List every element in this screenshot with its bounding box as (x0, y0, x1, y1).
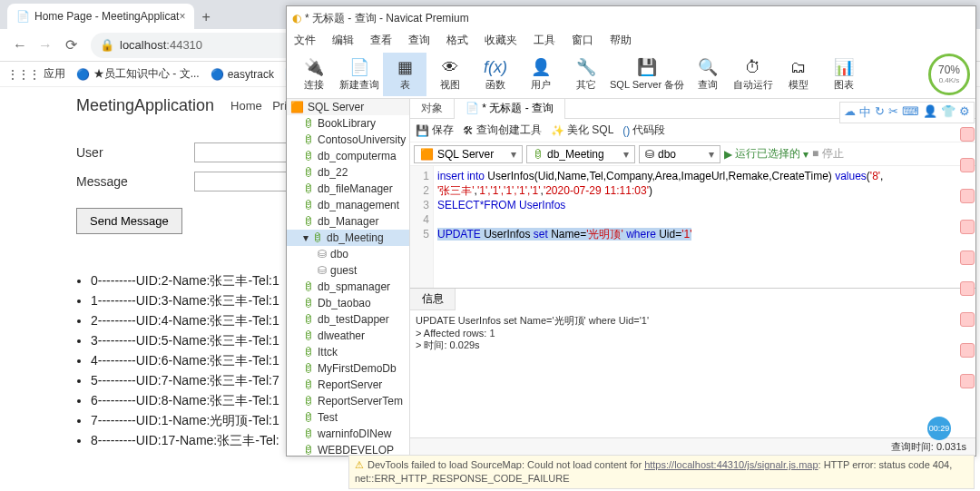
menu-file[interactable]: 文件 (294, 33, 316, 48)
nav-home[interactable]: Home (230, 99, 262, 113)
tree-db-selected[interactable]: ▾🛢db_Meeting (287, 230, 409, 246)
tool-query[interactable]: 🔍查询 (686, 53, 730, 96)
badge-icon[interactable] (960, 281, 975, 296)
tool-connect[interactable]: 🔌连接 (292, 53, 336, 96)
tool-new-query[interactable]: 📄新建查询 (338, 53, 381, 96)
tree-root[interactable]: 🟧SQL Server (287, 99, 409, 115)
navicat-status-bar: 查询时间: 0.031s (410, 437, 975, 456)
tab-query-untitled[interactable]: 📄 * 无标题 - 查询 (455, 99, 565, 119)
tree-db[interactable]: 🛢BookLibrary (287, 115, 409, 132)
tab-objects[interactable]: 对象 (410, 99, 455, 119)
tool-user[interactable]: 👤用户 (519, 53, 563, 96)
badge-icon[interactable] (960, 250, 975, 265)
menu-view[interactable]: 查看 (370, 33, 392, 48)
menu-tools[interactable]: 工具 (534, 33, 555, 48)
tree-db[interactable]: 🛢db_22 (287, 164, 409, 181)
tree-db[interactable]: 🛢db_computerma (287, 148, 409, 164)
tb-beautify[interactable]: ✨美化 SQL (551, 123, 613, 138)
tree-db[interactable]: 🛢ReportServerTem (287, 393, 409, 409)
db-tree[interactable]: 🟧SQL Server 🛢BookLibrary 🛢ContosoUnivers… (287, 99, 410, 456)
browser-tab-active[interactable]: 📄 Home Page - MeetingApplicat × (7, 4, 194, 29)
sql-editor[interactable]: 12345 insert into UserInfos(Uid,Name,Tel… (410, 166, 975, 288)
tool-backup[interactable]: 💾SQL Server 备份 (610, 53, 684, 96)
menu-window[interactable]: 窗口 (572, 33, 593, 48)
new-tab-button[interactable]: + (194, 5, 217, 29)
sourcemap-link[interactable]: https://localhost:44310/js/signalr.js.ma… (644, 459, 818, 470)
tree-schema[interactable]: ⛁guest (287, 262, 409, 279)
menu-edit[interactable]: 编辑 (332, 33, 354, 48)
tool-model[interactable]: 🗂模型 (777, 53, 820, 96)
sql-code[interactable]: insert into UserInfos(Uid,Name,Tel,Compa… (434, 166, 975, 288)
snippet-icon: () (622, 124, 630, 137)
editor-area: 对象 📄 * 无标题 - 查询 💾保存 🛠查询创建工具 ✨美化 SQL ()代码… (410, 99, 975, 456)
cloud-icon[interactable]: ☁ (844, 104, 856, 121)
tree-schema[interactable]: ⛁dbo (287, 246, 409, 262)
back-button[interactable]: ← (7, 33, 33, 58)
badge-icon[interactable] (960, 343, 975, 358)
database-icon: 🛢 (312, 231, 323, 244)
query-time: 查询时间: 0.031s (891, 440, 966, 454)
stop-button[interactable]: ■ 停止 (812, 146, 844, 162)
database-icon: 🛢 (303, 297, 314, 309)
tree-db[interactable]: 🛢Db_taobao (287, 295, 409, 311)
tool-function[interactable]: f(x)函数 (474, 53, 517, 96)
tb-save[interactable]: 💾保存 (416, 123, 454, 138)
badge-icon[interactable] (960, 312, 975, 327)
tree-db[interactable]: 🛢db_spmanager (287, 279, 409, 295)
navicat-title-bar[interactable]: ◐ * 无标题 - 查询 - Navicat Premium (287, 6, 975, 30)
reload-button[interactable]: ⟳ (58, 33, 83, 58)
menu-format[interactable]: 格式 (446, 33, 468, 48)
database-icon: 🛢 (303, 117, 314, 130)
cn-icon[interactable]: 中 (859, 104, 871, 121)
tool-chart[interactable]: 📊图表 (822, 53, 866, 96)
person-icon[interactable]: 👤 (923, 104, 937, 121)
send-message-button[interactable]: Send Message (76, 208, 182, 234)
chevron-down-icon: ▾ (303, 231, 309, 244)
bookmark-1[interactable]: 🔵 ★员工知识中心 - 文... (76, 66, 200, 82)
keyboard-icon[interactable]: ⌨ (902, 104, 919, 121)
badge-icon[interactable] (960, 158, 975, 172)
bookmark-2[interactable]: 🔵 easytrack (211, 68, 274, 81)
badge-icon[interactable] (960, 189, 975, 203)
tb-snippet[interactable]: ()代码段 (622, 123, 665, 138)
gear-icon[interactable]: ⚙ (959, 104, 970, 121)
tool-table[interactable]: ▦表 (383, 53, 426, 96)
scissor-icon[interactable]: ✂ (888, 104, 898, 121)
conn-schema-select[interactable]: ⛁dbo▾ (639, 145, 720, 163)
badge-icon[interactable] (960, 220, 975, 234)
tree-db[interactable]: 🛢dlweather (287, 328, 409, 344)
timer-badge[interactable]: 00:29 (927, 417, 951, 440)
menu-query[interactable]: 查询 (408, 33, 430, 48)
run-selected-button[interactable]: ▶运行已选择的▾ (724, 146, 808, 162)
tree-db[interactable]: 🛢Ittck (287, 344, 409, 360)
tree-db[interactable]: 🛢ContosoUniversity (287, 132, 409, 148)
tree-db[interactable]: 🛢WEBDEVELOP (287, 442, 409, 456)
forward-button[interactable]: → (33, 33, 58, 58)
tool-auto[interactable]: ⏱自动运行 (731, 53, 775, 96)
clock-icon: ⏱ (745, 56, 761, 78)
power-icon[interactable]: ↻ (875, 104, 885, 121)
tool-other[interactable]: 🔧其它 (564, 53, 608, 96)
conn-db-select[interactable]: 🛢db_Meeting▾ (526, 145, 635, 163)
tree-db[interactable]: 🛢db_fileManager (287, 181, 409, 197)
tab-favicon: 📄 (16, 10, 29, 23)
tree-db[interactable]: 🛢db_testDapper (287, 311, 409, 328)
badge-icon[interactable] (960, 127, 975, 142)
tree-db[interactable]: 🛢Test (287, 409, 409, 426)
tree-db[interactable]: 🛢db_management (287, 197, 409, 213)
apps-button[interactable]: ⋮⋮⋮ 应用 (7, 66, 65, 82)
menu-help[interactable]: 帮助 (610, 33, 632, 48)
shirt-icon[interactable]: 👕 (941, 104, 956, 121)
menu-fav[interactable]: 收藏夹 (485, 33, 517, 48)
message-body: UPDATE UserInfos set Name='光明顶' where Ui… (410, 310, 975, 437)
badge-icon[interactable] (960, 374, 975, 388)
tree-db[interactable]: 🛢db_Manager (287, 213, 409, 230)
tb-query-builder[interactable]: 🛠查询创建工具 (463, 123, 542, 138)
tree-db[interactable]: 🛢MyFirstDemoDb (287, 360, 409, 377)
tree-db[interactable]: 🛢ReportServer (287, 377, 409, 393)
tool-view[interactable]: 👁视图 (428, 53, 472, 96)
tab-close-icon[interactable]: × (179, 10, 185, 23)
tree-db[interactable]: 🛢warninfoDINew (287, 426, 409, 442)
conn-server-select[interactable]: 🟧SQL Server▾ (414, 145, 523, 163)
message-tab[interactable]: 信息 (410, 289, 456, 310)
